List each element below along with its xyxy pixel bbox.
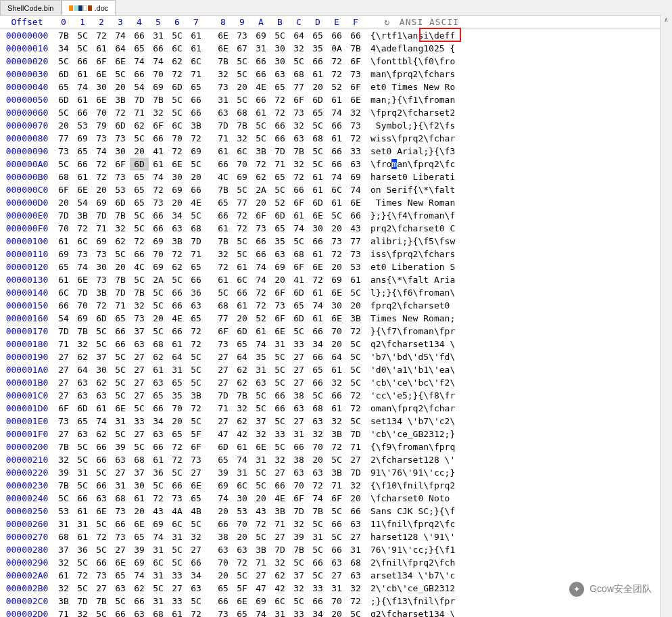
- hex-byte[interactable]: 61: [308, 68, 327, 81]
- hex-byte[interactable]: 5C: [168, 556, 187, 569]
- hex-byte[interactable]: 5C: [187, 595, 206, 608]
- hex-byte[interactable]: 6D: [54, 68, 73, 81]
- hex-byte[interactable]: 66: [308, 595, 327, 608]
- hex-byte[interactable]: 73: [214, 81, 233, 93]
- hex-byte[interactable]: 27: [130, 350, 149, 363]
- ascii-cell[interactable]: prq2\fcharset0 C: [365, 222, 672, 235]
- hex-byte[interactable]: 5C: [92, 608, 111, 617]
- offset-cell[interactable]: 000002A0: [0, 569, 54, 582]
- hex-byte[interactable]: 63: [346, 518, 365, 530]
- hex-byte[interactable]: 6E: [327, 286, 346, 299]
- hex-byte[interactable]: 6F: [289, 93, 308, 106]
- hex-col-header[interactable]: B: [270, 17, 289, 27]
- hex-byte[interactable]: 5C: [92, 466, 111, 479]
- hex-byte[interactable]: 27: [270, 530, 289, 543]
- hex-byte[interactable]: 31: [111, 479, 130, 492]
- hex-byte[interactable]: 34: [308, 338, 327, 350]
- hex-byte[interactable]: 66: [214, 209, 233, 222]
- hex-byte[interactable]: 63: [251, 376, 270, 389]
- offset-cell[interactable]: 00000280: [0, 543, 54, 556]
- hex-byte[interactable]: 63: [149, 428, 168, 440]
- hex-byte[interactable]: 6D: [92, 312, 111, 325]
- hex-byte[interactable]: 6E: [308, 209, 327, 222]
- hex-byte[interactable]: 31: [168, 363, 187, 376]
- hex-byte[interactable]: 73: [270, 299, 289, 312]
- hex-byte[interactable]: 66: [111, 325, 130, 338]
- hex-byte[interactable]: 39: [54, 466, 73, 479]
- hex-byte[interactable]: 32: [233, 132, 251, 145]
- hex-byte[interactable]: 61: [308, 286, 327, 299]
- hex-byte[interactable]: 5C: [270, 376, 289, 389]
- hex-byte[interactable]: 5C: [251, 132, 270, 145]
- ascii-cell[interactable]: 'b7\'bd\'d5\'fd\: [365, 350, 672, 363]
- hex-byte[interactable]: 6E: [251, 440, 270, 453]
- hex-byte[interactable]: 27: [346, 530, 365, 543]
- hex-byte[interactable]: 61: [233, 299, 251, 312]
- offset-cell[interactable]: 000000E0: [0, 209, 54, 222]
- hex-byte[interactable]: 6D: [308, 93, 327, 106]
- hex-byte[interactable]: 61: [327, 93, 346, 106]
- hex-byte[interactable]: 64: [111, 42, 130, 55]
- hex-byte[interactable]: 35: [168, 389, 187, 402]
- hex-byte[interactable]: 3B: [251, 145, 270, 158]
- hex-byte[interactable]: 32: [289, 582, 308, 595]
- hex-byte[interactable]: 7B: [54, 479, 73, 492]
- hex-byte[interactable]: 66: [327, 145, 346, 158]
- ascii-cell[interactable]: 4\adeflang1025 {: [365, 42, 672, 55]
- hex-byte[interactable]: 61: [214, 145, 233, 158]
- hex-byte[interactable]: 5C: [111, 428, 130, 440]
- hex-byte[interactable]: 31: [149, 569, 168, 582]
- hex-byte[interactable]: 5C: [327, 505, 346, 518]
- hex-byte[interactable]: 20: [149, 312, 168, 325]
- hex-byte[interactable]: 5C: [111, 389, 130, 402]
- hex-byte[interactable]: 73: [111, 170, 130, 183]
- hex-byte[interactable]: 63: [214, 106, 233, 119]
- hex-byte[interactable]: 61: [327, 132, 346, 145]
- hex-byte[interactable]: 72: [251, 518, 270, 530]
- hex-byte[interactable]: 33: [346, 145, 365, 158]
- hex-byte[interactable]: 62: [233, 376, 251, 389]
- hex-byte[interactable]: 66: [346, 29, 365, 42]
- hex-byte[interactable]: 73: [251, 222, 270, 235]
- hex-byte[interactable]: 5C: [251, 479, 270, 492]
- hex-byte[interactable]: 6F: [346, 55, 365, 68]
- hex-byte[interactable]: 69: [187, 145, 206, 158]
- hex-byte[interactable]: 5C: [168, 106, 187, 119]
- hex-byte[interactable]: 61: [308, 170, 327, 183]
- hex-byte[interactable]: 6C: [149, 556, 168, 569]
- hex-byte[interactable]: 7B: [214, 55, 233, 68]
- hex-byte[interactable]: 37: [130, 325, 149, 338]
- hex-byte[interactable]: 71: [214, 132, 233, 145]
- hex-byte[interactable]: 35: [251, 350, 270, 363]
- hex-byte[interactable]: 7D: [270, 145, 289, 158]
- hex-grid[interactable]: 000000007B5C727466315C616E73695C64656666…: [0, 28, 672, 617]
- hex-byte[interactable]: 65: [111, 312, 130, 325]
- hex-byte[interactable]: 68: [214, 299, 233, 312]
- hex-byte[interactable]: 33: [168, 569, 187, 582]
- hex-byte[interactable]: 73: [111, 530, 130, 543]
- hex-byte[interactable]: 73: [346, 248, 365, 260]
- hex-byte[interactable]: 65: [54, 81, 73, 93]
- scroll-up-icon[interactable]: ∧: [661, 15, 672, 26]
- hex-byte[interactable]: 36: [73, 543, 92, 556]
- hex-byte[interactable]: 7B: [73, 325, 92, 338]
- hex-byte[interactable]: 66: [149, 209, 168, 222]
- hex-byte[interactable]: 5C: [130, 402, 149, 415]
- hex-byte[interactable]: 69: [149, 81, 168, 93]
- hex-byte[interactable]: 7D: [92, 209, 111, 222]
- hex-byte[interactable]: 63: [187, 582, 206, 595]
- hex-byte[interactable]: 64: [168, 350, 187, 363]
- hex-byte[interactable]: 66: [308, 235, 327, 248]
- hex-byte[interactable]: 66: [92, 556, 111, 569]
- ascii-cell[interactable]: set134 \'b7\'c2\: [365, 415, 672, 428]
- hex-byte[interactable]: 5C: [54, 55, 73, 68]
- hex-byte[interactable]: 6D: [54, 93, 73, 106]
- ascii-cell[interactable]: 'cb\'ce\'bc\'f2\: [365, 376, 672, 389]
- hex-byte[interactable]: 31: [214, 93, 233, 106]
- hex-byte[interactable]: 69: [346, 170, 365, 183]
- hex-byte[interactable]: 5C: [149, 582, 168, 595]
- hex-byte[interactable]: 5C: [187, 518, 206, 530]
- hex-byte[interactable]: 5C: [73, 29, 92, 42]
- hex-byte[interactable]: 6E: [187, 479, 206, 492]
- ascii-cell[interactable]: {\f9\froman\fprq: [365, 440, 672, 453]
